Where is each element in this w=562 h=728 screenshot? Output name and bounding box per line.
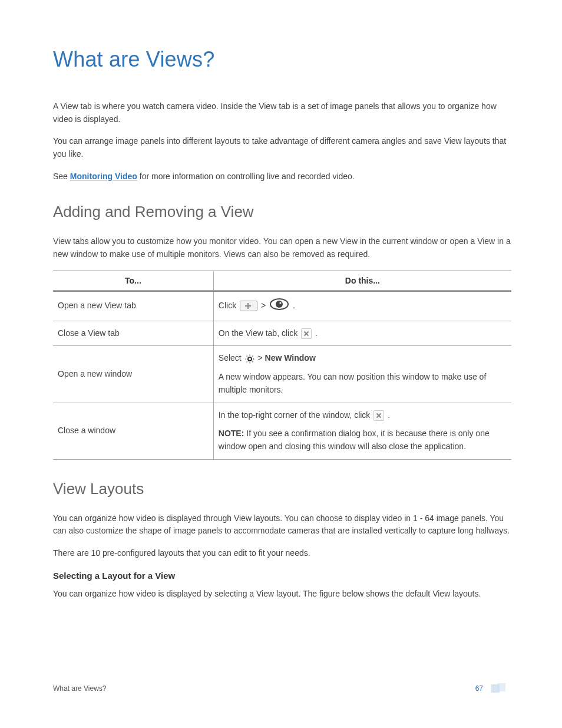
text: A new window appears. You can now positi… [219,371,507,396]
section-heading-add-remove: Adding and Removing a View [53,203,511,221]
cell-do: Select > New Window A new window appears… [213,346,511,403]
table-row: Open a new window Select > New Window A … [53,346,511,403]
text: > [261,301,268,310]
see-suffix: for more information on controlling live… [137,172,355,181]
text: If you see a confirmation dialog box, it… [219,429,490,451]
cell-to: Open a new window [53,346,213,403]
layouts-p1: You can organize how video is displayed … [53,512,511,538]
svg-point-2 [279,302,281,304]
page-footer: What are Views? 67 [53,683,511,693]
th-to: To... [53,271,213,291]
svg-point-1 [276,301,283,308]
see-prefix: See [53,172,70,181]
svg-point-3 [248,357,252,361]
footer-left: What are Views? [53,684,107,693]
footer-logo-shape [491,683,511,693]
close-icon [373,410,384,421]
monitoring-video-link[interactable]: Monitoring Video [70,172,137,181]
layouts-p2: There are 10 pre-configured layouts that… [53,547,511,560]
close-icon [301,328,312,339]
cell-do: Click > . [213,291,511,321]
selecting-p: You can organize how video is displayed … [53,588,511,601]
intro-paragraph-2: You can arrange image panels into differ… [53,135,511,160]
cell-to: Close a View tab [53,321,213,346]
text: . [293,301,295,310]
subsection-heading-selecting: Selecting a Layout for a View [53,571,511,581]
text: . [315,328,318,338]
gear-icon [245,353,254,365]
cell-to: Close a window [53,403,213,459]
table-row: Close a window In the top-right corner o… [53,403,511,459]
intro-paragraph-see: See Monitoring Video for more informatio… [53,170,511,183]
text: Click [219,301,239,310]
note-label: NOTE: [219,429,244,438]
cell-do: On the View tab, click . [213,321,511,346]
text: On the View tab, click [219,328,300,338]
intro-paragraph-1: A View tab is where you watch camera vid… [53,100,511,126]
table-row: Close a View tab On the View tab, click … [53,321,511,346]
th-do: Do this... [213,271,511,291]
page-title: What are Views? [53,47,511,72]
instruction-table: To... Do this... Open a new View tab Cli… [53,271,511,460]
new-window-label: New Window [265,353,316,363]
eye-icon [269,298,289,315]
table-row: Open a new View tab Click > . [53,291,511,321]
cell-do: In the top-right corner of the window, c… [213,403,511,459]
text: In the top-right corner of the window, c… [219,410,372,420]
text: Select [219,353,244,363]
text: . [388,410,390,420]
plus-button-icon [240,301,257,311]
text: > [258,353,265,363]
section-heading-layouts: View Layouts [53,480,511,498]
cell-to: Open a new View tab [53,291,213,321]
page-number: 67 [475,684,483,693]
add-remove-desc: View tabs allow you to customize how you… [53,235,511,261]
